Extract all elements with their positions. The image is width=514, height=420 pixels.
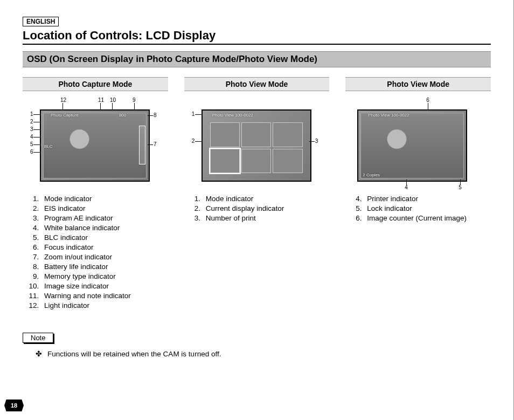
legend-item: Memory type indicator bbox=[41, 272, 168, 280]
lcd-screen-3: Photo View 100-0022 2 Copies bbox=[357, 109, 467, 182]
thumbnail bbox=[273, 149, 302, 174]
osd-mode-label-2: Photo View 100-0022 bbox=[212, 113, 253, 118]
column-photo-view-1: Photo View Mode Photo View 100-0022 1 2 bbox=[184, 77, 330, 311]
thumbnail bbox=[241, 122, 271, 147]
legend-3: Printer indicator Lock indicator Image c… bbox=[345, 195, 491, 222]
legend-item: Program AE indicator bbox=[41, 214, 168, 222]
language-tag: ENGLISH bbox=[23, 17, 59, 26]
callout-bottom-4c: 4 bbox=[405, 185, 408, 190]
callout-bottom-5c: 5 bbox=[459, 185, 462, 190]
subtitle-bar: OSD (On Screen Display in Photo Capture … bbox=[23, 51, 491, 67]
legend-item: Current display indicator bbox=[203, 204, 330, 212]
legend-item: Zoom in/out indicator bbox=[41, 253, 168, 261]
legend-item: White balance indicator bbox=[41, 224, 168, 232]
note-box: Note bbox=[23, 333, 53, 343]
callout-top-10: 10 bbox=[110, 98, 116, 103]
legend-item: Image size indicator bbox=[41, 282, 168, 290]
col-header-1: Photo Capture Mode bbox=[23, 77, 168, 91]
legend-item: EIS indicator bbox=[41, 204, 168, 212]
legend-item: Focus indicator bbox=[41, 243, 168, 251]
callout-left-2b: 2 bbox=[192, 139, 195, 144]
callout-left-6: 6 bbox=[30, 149, 33, 155]
column-photo-view-2: Photo View Mode 6 Photo View 100-0022 2 … bbox=[345, 77, 491, 311]
note-text: Functions will be retained when the CAM … bbox=[36, 349, 491, 358]
legend-item: Image counter (Current image) bbox=[364, 214, 491, 222]
legend-item: Mode indicator bbox=[203, 195, 330, 203]
screen-wrap-1: 12 11 10 9 Photo Capture 800 BLC 1 bbox=[23, 99, 168, 190]
legend-item: Mode indicator bbox=[41, 195, 168, 203]
thumbnail-selected bbox=[210, 149, 240, 174]
callout-left-1: 1 bbox=[30, 112, 33, 117]
osd-size-label: 800 bbox=[119, 113, 126, 118]
columns: Photo Capture Mode 12 11 10 9 Photo Capt… bbox=[23, 77, 491, 311]
legend-item: Warning and note indicator bbox=[41, 292, 168, 300]
col-header-3: Photo View Mode bbox=[345, 77, 491, 91]
legend-item: Printer indicator bbox=[364, 195, 491, 203]
callout-top-9: 9 bbox=[133, 98, 136, 103]
screen-wrap-2: Photo View 100-0022 1 2 3 bbox=[184, 99, 330, 190]
legend-2: Mode indicator Current display indicator… bbox=[184, 195, 330, 222]
legend-item: Number of print bbox=[203, 214, 330, 222]
lcd-screen-1: Photo Capture 800 BLC bbox=[40, 109, 150, 182]
col-header-2: Photo View Mode bbox=[184, 77, 330, 91]
thumbnail-grid bbox=[210, 122, 303, 173]
callout-left-2: 2 bbox=[30, 119, 33, 125]
callout-top-11: 11 bbox=[98, 98, 104, 103]
legend-item: Lock indicator bbox=[364, 204, 491, 212]
page: ENGLISH Location of Controls: LCD Displa… bbox=[0, 0, 514, 420]
lcd-screen-2: Photo View 100-0022 bbox=[202, 109, 311, 182]
legend-item: Light indicator bbox=[41, 301, 168, 309]
callout-right-8: 8 bbox=[154, 113, 157, 118]
osd-blc-label: BLC bbox=[44, 144, 53, 149]
callout-left-4: 4 bbox=[30, 134, 33, 140]
callout-top-6c: 6 bbox=[426, 98, 429, 103]
thumbnail bbox=[210, 122, 240, 147]
column-photo-capture: Photo Capture Mode 12 11 10 9 Photo Capt… bbox=[23, 77, 168, 311]
page-number: 18 bbox=[4, 400, 24, 411]
osd-mode-label-3: Photo View 100-0022 bbox=[368, 113, 409, 118]
legend-item: BLC indicator bbox=[41, 233, 168, 242]
thumbnail bbox=[273, 122, 302, 147]
legend-1: Mode indicator EIS indicator Program AE … bbox=[23, 195, 168, 309]
callout-left-3: 3 bbox=[30, 127, 33, 132]
osd-copies-label: 2 Copies bbox=[363, 173, 380, 177]
page-title: Location of Controls: LCD Display bbox=[23, 29, 491, 45]
thumbnail bbox=[241, 149, 271, 174]
screen-wrap-3: 6 Photo View 100-0022 2 Copies 4 5 bbox=[345, 99, 491, 190]
callout-left-1b: 1 bbox=[192, 112, 195, 117]
legend-item: Battery life indicator bbox=[41, 263, 168, 271]
callout-right-7: 7 bbox=[154, 142, 157, 147]
callout-top-12: 12 bbox=[60, 98, 66, 103]
callout-left-5: 5 bbox=[30, 142, 33, 147]
callout-right-3b: 3 bbox=[315, 139, 318, 144]
osd-mode-label: Photo Capture bbox=[51, 113, 79, 118]
